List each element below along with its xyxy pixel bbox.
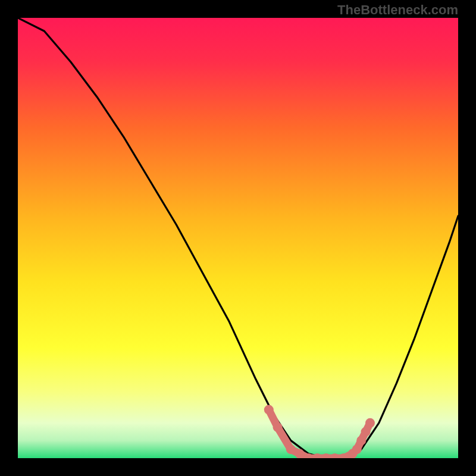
chart-frame: { "watermark": "TheBottleneck.com", "col…: [0, 0, 476, 476]
marker-dot: [286, 444, 296, 454]
marker-dot: [361, 427, 371, 437]
marker-dot: [365, 418, 375, 428]
marker-dot: [321, 453, 331, 458]
marker-dot: [352, 444, 362, 454]
plot-area: [18, 18, 458, 458]
bottleneck-curve: [18, 18, 458, 458]
chart-curves: [18, 18, 458, 458]
watermark-text: TheBottleneck.com: [337, 2, 458, 18]
marker-dot: [295, 449, 305, 458]
marker-dot: [330, 453, 340, 458]
marker-dot: [264, 405, 274, 415]
marker-dot: [356, 436, 366, 445]
marker-dot: [273, 422, 283, 432]
marker-dot: [312, 453, 322, 458]
